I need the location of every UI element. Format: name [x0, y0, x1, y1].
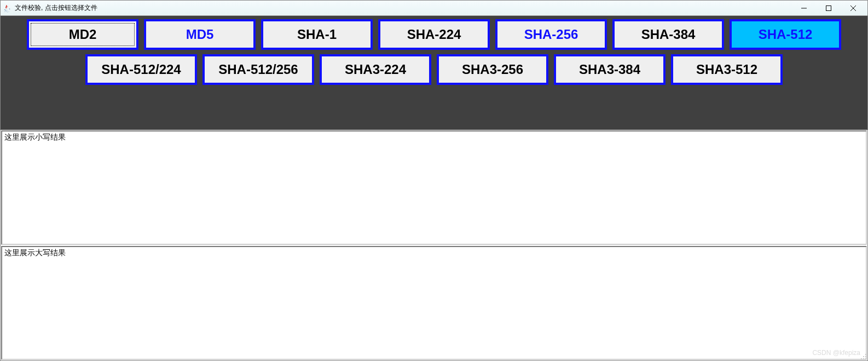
hash-btn-sha1[interactable]: SHA-1	[261, 19, 373, 50]
svg-point-5	[863, 356, 864, 357]
lowercase-result-text: 这里展示小写结果	[2, 131, 867, 144]
svg-point-7	[861, 358, 862, 359]
app-window: 文件校验, 点击按钮选择文件 MD2MD5SHA-1SHA-224SHA-256…	[0, 0, 868, 361]
watermark: CSDN @kfepiza	[812, 349, 860, 357]
uppercase-result-area[interactable]: 这里展示大写结果	[1, 246, 867, 360]
hash-btn-sha224[interactable]: SHA-224	[378, 19, 490, 50]
hash-btn-sha3512[interactable]: SHA3-512	[671, 54, 783, 85]
hash-btn-sha256[interactable]: SHA-256	[495, 19, 607, 50]
hash-btn-sha512256[interactable]: SHA-512/256	[202, 54, 314, 85]
window-title: 文件校验, 点击按钮选择文件	[15, 3, 791, 13]
uppercase-result-text: 这里展示大写结果	[2, 247, 867, 259]
window-controls	[791, 1, 865, 15]
close-button[interactable]	[841, 1, 865, 15]
button-row-1: MD2MD5SHA-1SHA-224SHA-256SHA-384SHA-512	[22, 19, 846, 50]
hash-btn-sha3384[interactable]: SHA3-384	[554, 54, 666, 85]
hash-btn-md5[interactable]: MD5	[144, 19, 256, 50]
hash-btn-sha3224[interactable]: SHA3-224	[320, 54, 431, 85]
lowercase-result-area[interactable]: 这里展示小写结果	[1, 130, 867, 245]
titlebar: 文件校验, 点击按钮选择文件	[1, 1, 867, 16]
hash-btn-sha3256[interactable]: SHA3-256	[437, 54, 548, 85]
hash-button-panel: MD2MD5SHA-1SHA-224SHA-256SHA-384SHA-512 …	[1, 16, 867, 130]
maximize-button[interactable]	[816, 1, 841, 15]
svg-point-8	[863, 358, 864, 359]
button-row-2: SHA-512/224SHA-512/256SHA3-224SHA3-256SH…	[22, 54, 846, 85]
svg-point-4	[865, 354, 866, 355]
minimize-button[interactable]	[791, 1, 816, 15]
svg-point-9	[865, 358, 866, 359]
hash-btn-sha384[interactable]: SHA-384	[612, 19, 724, 50]
content-area: MD2MD5SHA-1SHA-224SHA-256SHA-384SHA-512 …	[1, 16, 867, 360]
svg-rect-1	[826, 5, 831, 10]
hash-btn-md2[interactable]: MD2	[27, 19, 138, 50]
resize-grip-icon[interactable]	[859, 352, 867, 360]
hash-btn-sha512[interactable]: SHA-512	[730, 19, 841, 50]
hash-btn-sha512224[interactable]: SHA-512/224	[85, 54, 197, 85]
java-icon	[3, 4, 11, 13]
svg-point-6	[865, 356, 866, 357]
